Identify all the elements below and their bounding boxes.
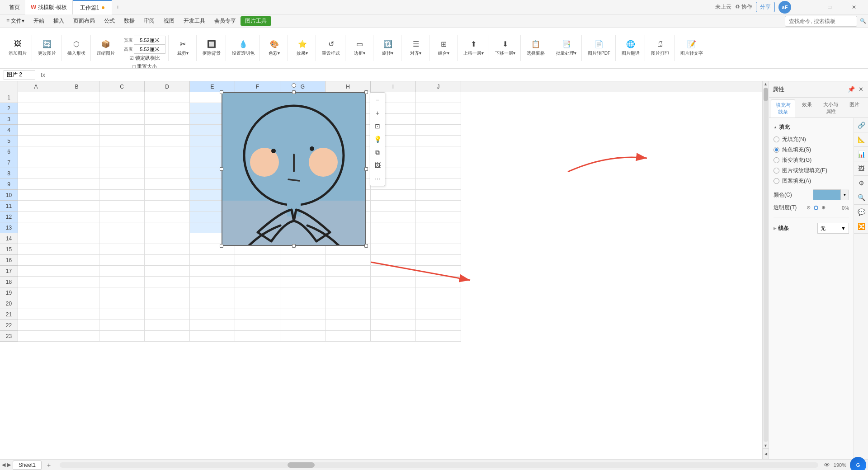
cell-b2[interactable]	[54, 103, 99, 114]
row-header-19[interactable]: 19	[0, 287, 18, 298]
cell-f18[interactable]	[235, 277, 280, 287]
height-input[interactable]	[134, 45, 165, 54]
cell-g17[interactable]	[280, 266, 326, 277]
fill-option-pattern[interactable]: 图案填充(A)	[774, 177, 849, 185]
cell-b23[interactable]	[54, 331, 99, 342]
home-tab[interactable]: 首页	[4, 0, 25, 14]
cell-f23[interactable]	[235, 331, 280, 342]
sidebar-tab-picture[interactable]: 图片	[843, 99, 866, 118]
add-picture-btn[interactable]: 🖼 添加图片	[6, 36, 29, 59]
horizontal-scrollbar[interactable]	[60, 462, 818, 468]
col-header-i[interactable]: I	[371, 81, 416, 92]
translate-btn[interactable]: 🌐 图片翻译	[619, 36, 642, 59]
sidebar-tab-size-props[interactable]: 大小与属性	[819, 99, 843, 118]
cell-d13[interactable]	[145, 222, 190, 233]
cell-f17[interactable]	[235, 266, 280, 277]
cell-c10[interactable]	[99, 190, 145, 201]
cell-a20[interactable]	[18, 298, 54, 309]
row-header-9[interactable]: 9	[0, 179, 18, 190]
cell-g16[interactable]	[280, 255, 326, 266]
cell-e18[interactable]	[190, 277, 235, 287]
cell-b4[interactable]	[54, 125, 99, 136]
ribbon-search-input[interactable]	[785, 16, 857, 27]
rotate-handle[interactable]	[292, 83, 296, 88]
cell-a17[interactable]	[18, 266, 54, 277]
cell-a14[interactable]	[18, 233, 54, 244]
cell-j23[interactable]	[416, 331, 461, 342]
scroll-down-btn[interactable]: ▼	[763, 443, 769, 448]
cell-a23[interactable]	[18, 331, 54, 342]
cell-b3[interactable]	[54, 114, 99, 125]
cell-a15[interactable]	[18, 244, 54, 255]
cell-c12[interactable]	[99, 212, 145, 222]
cell-d18[interactable]	[145, 277, 190, 287]
cell-h18[interactable]	[326, 277, 371, 287]
cell-f22[interactable]	[235, 320, 280, 331]
color-btn[interactable]: 🎨 色彩▾	[266, 36, 283, 59]
row-header-16[interactable]: 16	[0, 255, 18, 266]
cell-d16[interactable]	[145, 255, 190, 266]
sidebar-icon-tab-settings[interactable]: ⚙	[854, 176, 868, 190]
cell-c19[interactable]	[99, 287, 145, 298]
replace-picture-btn[interactable]: 🔄 更改图片	[36, 36, 58, 59]
cell-j13[interactable]	[416, 222, 461, 233]
cell-b12[interactable]	[54, 212, 99, 222]
cell-j17[interactable]	[416, 266, 461, 277]
cell-c6[interactable]	[99, 146, 145, 157]
cell-e22[interactable]	[190, 320, 235, 331]
cell-i13[interactable]	[371, 222, 416, 233]
menu-dev-tools[interactable]: 开发工具	[179, 15, 210, 27]
cell-b11[interactable]	[54, 201, 99, 212]
vertical-scrollbar[interactable]	[764, 88, 768, 442]
col-header-f[interactable]: F	[235, 81, 280, 92]
cell-e21[interactable]	[190, 309, 235, 320]
row-header-1[interactable]: 1	[0, 92, 18, 103]
menu-data[interactable]: 数据	[119, 15, 139, 27]
handle-ml[interactable]	[220, 167, 223, 171]
template-tab[interactable]: W 找模版·模板	[25, 0, 73, 14]
cell-d10[interactable]	[145, 190, 190, 201]
cell-c23[interactable]	[99, 331, 145, 342]
cell-b1[interactable]	[54, 92, 99, 103]
row-header-14[interactable]: 14	[0, 233, 18, 244]
cell-d8[interactable]	[145, 168, 190, 179]
cell-i10[interactable]	[371, 190, 416, 201]
share-btn[interactable]: 分享	[756, 2, 775, 12]
cell-d4[interactable]	[145, 125, 190, 136]
cell-c20[interactable]	[99, 298, 145, 309]
lock-ratio-btn[interactable]: ☑ 锁定纵横比	[127, 54, 162, 62]
insert-shape-btn[interactable]: ⬡ 插入形状	[65, 36, 88, 59]
corner-cell[interactable]	[0, 81, 18, 92]
row-header-12[interactable]: 12	[0, 212, 18, 222]
vertical-scrollbar-thumb[interactable]	[764, 88, 768, 101]
to-text-btn[interactable]: 📝 图片转文字	[678, 36, 705, 59]
cell-j15[interactable]	[416, 244, 461, 255]
cell-d2[interactable]	[145, 103, 190, 114]
fill-option-picture[interactable]: 图片或纹理填充(E)	[774, 167, 849, 174]
select-pane-btn[interactable]: 📋 选择窗格	[524, 36, 547, 59]
cell-b7[interactable]	[54, 157, 99, 168]
sidebar-icon-tab-link[interactable]: 🔗	[854, 118, 868, 132]
close-btn[interactable]: ✕	[844, 0, 864, 14]
cell-j10[interactable]	[416, 190, 461, 201]
cell-d3[interactable]	[145, 114, 190, 125]
opacity-slider-thumb[interactable]	[814, 206, 818, 210]
cell-a10[interactable]	[18, 190, 54, 201]
sidebar-icon-tab-picture[interactable]: 🖼	[854, 161, 868, 176]
handle-tr[interactable]	[364, 90, 368, 94]
row-header-3[interactable]: 3	[0, 114, 18, 125]
to-pdf-btn[interactable]: 📄 图片转PDF	[585, 36, 613, 59]
reset-size-btn[interactable]: □ 重置大小	[131, 62, 159, 68]
cell-b18[interactable]	[54, 277, 99, 287]
cell-d15[interactable]	[145, 244, 190, 255]
sidebar-icon-tab-search[interactable]: 🔍	[854, 190, 868, 205]
handle-bm[interactable]	[292, 244, 296, 248]
cell-g22[interactable]	[280, 320, 326, 331]
sidebar-icon-tab-effects[interactable]: 📐	[854, 132, 868, 147]
cell-i20[interactable]	[371, 298, 416, 309]
cell-b5[interactable]	[54, 136, 99, 146]
col-header-h[interactable]: H	[326, 81, 371, 92]
cell-d5[interactable]	[145, 136, 190, 146]
cell-f16[interactable]	[235, 255, 280, 266]
cell-a5[interactable]	[18, 136, 54, 146]
